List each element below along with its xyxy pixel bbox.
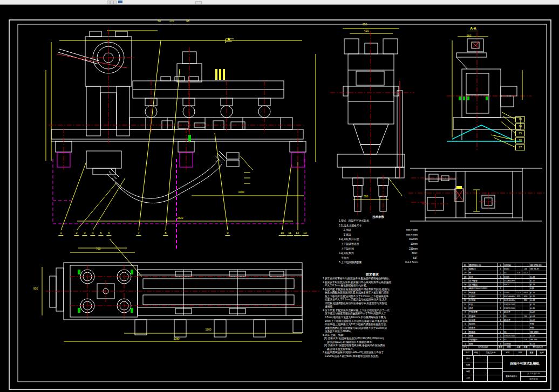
bom-unit-weight: [515, 338, 522, 341]
bom-total-weight: [522, 322, 529, 326]
bom-name: 联接轴: [468, 314, 498, 318]
parameter-label: 2.轧辊名义规格尺寸: [339, 224, 362, 229]
parts-list-table: 21 螺栓M24×90 2 Q235A GB 5782-86 20 垫圈24 1…: [462, 263, 547, 350]
parameter-label: 4.最大轧制力: [339, 251, 354, 256]
bom-qty: 2: [498, 279, 503, 283]
parameter-label: 1.型式 四辊不可逆式轧机: [339, 219, 369, 224]
bom-material: [503, 286, 515, 290]
bom-drawing-no: GB 93-87: [529, 267, 547, 271]
bom-material: 组合件: [503, 318, 515, 322]
side-elevation-view: [330, 29, 414, 215]
bom-row: 11 机架 2 ZG270-500 轧-11: [462, 302, 547, 306]
cad-application-window: .w{stroke:#fff;fill:none;stroke-width:1}…: [0, 0, 559, 392]
bom-drawing-no: 轧-13: [529, 294, 547, 298]
bom-name: 螺栓M24×90: [468, 263, 498, 267]
bom-row: 13 支承辊 2 60CrMnMo 315 630 轧-13: [462, 294, 547, 298]
bom-name: 轴承座: [468, 291, 498, 294]
bom-material: 65Mn: [503, 267, 515, 271]
parameter-value: 300mm: [409, 237, 418, 242]
bom-qty: 4: [498, 291, 503, 294]
bom-total-weight: [522, 279, 529, 283]
bom-unit-weight: 12.4: [515, 291, 522, 294]
parameter-value: 53T: [413, 256, 418, 261]
bom-name: 地脚螺栓: [468, 338, 498, 341]
bom-seq: 13: [462, 294, 468, 298]
bom-total-weight: [522, 283, 529, 286]
bom-drawing-no: 轧-08: [529, 314, 547, 318]
bom-total-weight: [522, 274, 529, 278]
bom-qty: 4: [498, 341, 503, 345]
bom-material: [503, 322, 515, 326]
bom-qty: 1: [498, 306, 503, 310]
bom-seq: 5: [462, 326, 468, 329]
parameter-value: mm × mm: [406, 233, 418, 238]
notes-lines: 1.安装前所有零部件均应清洗干净,配合面不得有碰伤和锈蚀。2.机架安装时应找正水…: [323, 277, 422, 359]
parameter-label: 支承辊: [339, 233, 351, 238]
bom-row: 18 斜楔 6 ZG45 轧-18: [462, 274, 547, 278]
parameters-rows: 1.型式 四辊不可逆式轧机 2.轧辊名义规格尺寸 工作辊 mm × mm 支承辊…: [339, 219, 418, 265]
bom-material: 45: [503, 314, 515, 318]
bom-unit-weight: 7.6: [515, 271, 522, 274]
bom-total-weight: [522, 310, 529, 314]
bom-seq: 2: [462, 338, 468, 341]
bom-name: 电动机: [468, 322, 498, 326]
parameter-row: 4.最大轧制力 800T: [339, 251, 418, 256]
bom-total-weight: [522, 286, 529, 290]
bom-qty: 2: [498, 310, 503, 314]
bom-total-weight: [522, 334, 529, 338]
bom-row: 9 平衡装置 2 组合件 轧-09: [462, 310, 547, 314]
tb-drawing-title: 四辊不可逆式轧钢机: [502, 355, 547, 372]
bom-row: 2 地脚螺栓 8 35 2.4 GB 799: [462, 338, 547, 341]
front-elevation-view: [46, 30, 316, 249]
bom-row: 4 联轴器 2 35 GB 5843: [462, 330, 547, 334]
bom-material: 组合件: [503, 310, 515, 314]
bom-material: 35: [503, 338, 515, 341]
parameter-value: 235mm: [409, 247, 418, 252]
bom-name: 垫圈24: [468, 267, 498, 271]
bom-seq: 1: [462, 341, 468, 345]
bom-qty: 2: [498, 286, 503, 290]
bom-qty: 1: [498, 267, 503, 271]
parameter-label: 上下辊行程: [339, 247, 354, 252]
bom-material: 40Cr: [503, 283, 515, 286]
bom-material: ZCuAl10Fe3: [503, 279, 515, 283]
parameter-row: 平衡力 53T: [339, 256, 418, 261]
bom-row: 1 垫板 4 Q235A 轧-01: [462, 341, 547, 345]
plan-feet: [135, 320, 303, 337]
parameter-row: 3.最大轧制开口度 300mm: [339, 237, 418, 242]
bom-drawing-no: 轧-10: [529, 306, 547, 310]
title-block: 标记 处数 更改文件号 签字 日期 重量 比例 设计 制图 审核 工艺 四辊不可…: [462, 349, 547, 382]
bom-seq: 17: [462, 279, 468, 283]
bom-seq: 4: [462, 330, 468, 334]
bom-qty: 1: [498, 322, 503, 326]
parameter-label: 上下辊调整速度: [339, 242, 359, 247]
bom-drawing-no: 外购: [529, 322, 547, 326]
detail-views-right: [408, 168, 545, 221]
bom-qty: 2: [498, 283, 503, 286]
bom-seq: 11: [462, 302, 468, 306]
bom-unit-weight: [515, 330, 522, 334]
tb-craft-sign: [473, 375, 488, 382]
plan-view: [42, 239, 319, 341]
bom-row: 20 垫圈24 1 65Mn 43 GB 93-87: [462, 267, 547, 271]
bom-unit-weight: [515, 334, 522, 338]
bom-row: 15 轴承22344CC/W33 2 外购: [462, 286, 547, 290]
bom-name: 减速器: [468, 326, 498, 329]
bom-name: 轴: [468, 271, 498, 274]
bom-drawing-no: GB 799: [529, 338, 547, 341]
bom-material: 60CrMnMo: [503, 298, 515, 302]
bom-name: 联轴器: [468, 330, 498, 334]
tb-craft-label: 工艺: [462, 375, 474, 382]
bom-unit-weight: 315: [515, 294, 522, 298]
bom-unit-weight: [515, 306, 522, 310]
bom-row: 10 横梁 1 ZG270-500 轧-10: [462, 306, 547, 310]
bom-seq: 16: [462, 283, 468, 286]
bom-name: 压下螺丝: [468, 283, 498, 286]
bom-drawing-no: GB 5843: [529, 330, 547, 334]
bom-drawing-no: [529, 271, 547, 274]
bom-name: 斜楔: [468, 274, 498, 278]
parameters-title: 技术参数: [339, 215, 418, 219]
bom-row: 12 工作辊 2 60CrMnMo 380 轧-12: [462, 298, 547, 302]
bom-drawing-no: 轧-01: [529, 341, 547, 345]
bom-row: 21 螺栓M24×90 2 Q235A GB 5782-86: [462, 263, 547, 267]
